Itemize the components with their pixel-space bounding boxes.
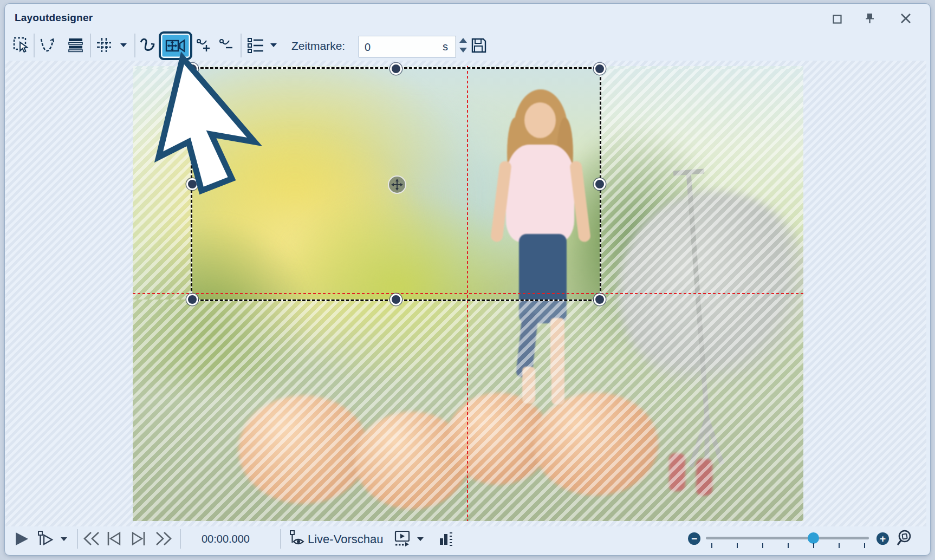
toolbar-separator: [90, 34, 91, 57]
zeitmarke-unit: s: [443, 41, 448, 53]
close-icon: [900, 13, 911, 24]
audio-levels-button[interactable]: [439, 531, 454, 549]
selection-handle-bottom-center[interactable]: [390, 294, 402, 305]
remove-keyframe-icon: [218, 37, 235, 54]
selection-handle-top-right[interactable]: [594, 63, 606, 75]
zeitmarke-input[interactable]: [363, 38, 431, 56]
mask-band-right: [600, 69, 803, 299]
toolbar-separator: [34, 34, 35, 57]
object-list-icon: [246, 37, 265, 54]
zeitmarke-label: Zeitmarke:: [291, 40, 345, 53]
zoom-tick: [813, 543, 814, 548]
zeitmarke-spin-up[interactable]: [459, 38, 467, 43]
grid-icon: [96, 37, 112, 53]
play-button[interactable]: [14, 531, 30, 549]
zoom-slider-thumb[interactable]: [808, 532, 819, 544]
close-button[interactable]: [897, 10, 915, 27]
remove-keyframe-button[interactable]: [218, 37, 235, 54]
zoom-out-button[interactable]: −: [688, 532, 700, 545]
move-arrows-icon: [391, 179, 403, 191]
pin-icon: [865, 12, 875, 24]
add-keyframe-icon: [195, 37, 212, 54]
toolbar-separator: [241, 34, 242, 57]
zoom-slider-track[interactable]: [706, 537, 869, 539]
play-icon: [14, 531, 30, 546]
zoom-tick: [788, 543, 789, 548]
pin-button[interactable]: [861, 10, 879, 27]
selection-handle-top-center[interactable]: [390, 63, 402, 75]
previous-frame-icon: [106, 531, 122, 546]
zoom-out-label: −: [691, 533, 697, 544]
zeitmarke-input-box: s: [359, 36, 456, 57]
grid-dropdown-arrow[interactable]: [120, 43, 127, 47]
zoom-fit-icon: [897, 529, 915, 548]
select-tool-icon: [13, 37, 29, 54]
zoom-in-label: +: [880, 533, 886, 544]
live-preview-toggle[interactable]: [289, 530, 306, 549]
preview-window-icon: [394, 530, 411, 548]
preview-dropdown-arrow[interactable]: [417, 537, 424, 541]
path-curve-button[interactable]: [39, 37, 56, 53]
selection-handle-top-left[interactable]: [186, 63, 198, 75]
fast-forward-button[interactable]: [154, 531, 172, 548]
mask-band-bottom: [133, 299, 803, 521]
rewind-icon: [83, 531, 101, 546]
selection-handle-bottom-right[interactable]: [594, 294, 606, 305]
timecode-display: 00:00.000: [202, 533, 250, 545]
audio-levels-icon: [439, 531, 454, 547]
maximize-button[interactable]: [828, 11, 846, 27]
layers-icon: [67, 37, 85, 53]
layoutdesigner-screen: Layoutdesigner: [0, 0, 935, 560]
zoom-tick: [711, 543, 712, 548]
toolbar-separator: [134, 34, 135, 57]
motion-path-button[interactable]: [139, 37, 157, 54]
selection-handle-middle-left[interactable]: [186, 178, 198, 190]
maximize-icon: [833, 15, 842, 24]
transport-separator: [77, 529, 78, 549]
selection-handle-middle-right[interactable]: [594, 178, 606, 190]
grid-button[interactable]: [96, 37, 112, 53]
object-list-button[interactable]: [246, 37, 265, 54]
zoom-in-button[interactable]: +: [876, 532, 889, 545]
selection-handle-bottom-left[interactable]: [186, 294, 198, 305]
select-tool-button[interactable]: [13, 37, 29, 54]
previous-frame-button[interactable]: [106, 531, 122, 548]
path-curve-icon: [39, 37, 56, 53]
play-dropdown-arrow[interactable]: [61, 537, 67, 541]
zoom-tick: [737, 543, 738, 548]
preview-window-button[interactable]: [394, 530, 411, 550]
save-icon: [470, 37, 488, 54]
layers-button[interactable]: [67, 37, 85, 53]
camera-pan-button-active[interactable]: [159, 31, 192, 60]
zoom-tick: [839, 543, 840, 548]
rewind-button[interactable]: [83, 531, 101, 548]
fast-forward-icon: [154, 531, 172, 546]
next-frame-icon: [130, 531, 146, 546]
zoom-fit-button[interactable]: [897, 529, 915, 550]
save-button[interactable]: [470, 37, 488, 54]
object-list-dropdown-arrow[interactable]: [270, 43, 277, 47]
transport-separator: [180, 529, 181, 549]
selection-move-handle[interactable]: [388, 175, 406, 194]
zoom-tick: [864, 543, 865, 548]
transport-separator: [280, 529, 281, 549]
add-keyframe-button[interactable]: [195, 37, 212, 54]
mask-band-left: [133, 69, 192, 299]
next-frame-button[interactable]: [130, 531, 146, 548]
live-preview-pin-eye-icon: [289, 530, 306, 547]
live-preview-label: Live-Vorschau: [308, 532, 383, 546]
play-from-marker-button[interactable]: [37, 530, 55, 549]
motion-path-icon: [139, 37, 157, 54]
window-title: Layoutdesigner: [15, 12, 93, 24]
zeitmarke-spin-down[interactable]: [459, 48, 467, 53]
camera-pan-icon: [165, 37, 186, 55]
zoom-tick: [762, 543, 763, 548]
play-from-marker-icon: [37, 530, 55, 546]
